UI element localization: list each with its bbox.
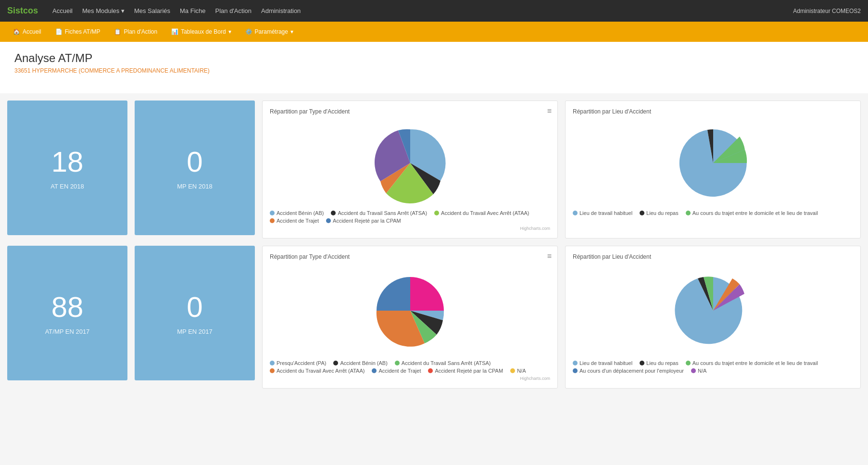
chart-menu-icon-2017[interactable]: ≡ [547, 252, 552, 261]
legend-item: Accident Rejeté par la CPAM [428, 368, 503, 374]
subnav-fiches[interactable]: 📄 Fiches AT/MP [50, 25, 106, 38]
chart-lieu-2017-container [573, 265, 853, 356]
legend-item: Au cours du trajet entre le domicile et … [686, 210, 818, 216]
stat-number-at-2018: 18 [51, 146, 84, 178]
nav-accueil[interactable]: Accueil [52, 7, 73, 14]
chart-type-2017-container [270, 265, 550, 356]
legend-label: Accident du Travail Avec Arrêt (ATAA) [441, 210, 529, 216]
legend-label: Accident de Trajet [378, 368, 421, 374]
file-icon: 📄 [55, 28, 63, 35]
legend-label: N/A [517, 368, 526, 374]
page-title: Analyse AT/MP [14, 51, 854, 65]
page-content: Analyse AT/MP 33651 HYPERMARCHE (COMMERC… [0, 42, 868, 93]
legend-color [270, 211, 275, 215]
clipboard-icon: 📋 [114, 28, 121, 35]
legend-color [686, 361, 691, 365]
logo-text: Sist [7, 6, 23, 15]
chart-lieu-2017: Répartition par Lieu d'Accident [565, 246, 861, 389]
chart-type-2017-title: Répartition par Type d'Accident [270, 253, 550, 260]
legend-color [326, 218, 331, 223]
subnav-parametrage-label: Paramétrage [255, 28, 288, 35]
gear-icon: ⚙️ [245, 28, 252, 35]
chart-icon: 📊 [171, 28, 178, 35]
nav-ma-fiche[interactable]: Ma Fiche [180, 7, 205, 14]
legend-color [691, 368, 696, 373]
legend-item: Accident de Trajet [372, 368, 421, 374]
subnav-plan-label: Plan d'Action [124, 28, 157, 35]
legend-item: Presqu'Accident (PA) [270, 360, 326, 366]
legend-label: Lieu du repas [646, 360, 679, 366]
chart-lieu-2018-title: Répartition par Lieu d'Accident [573, 108, 853, 115]
home-icon: 🏠 [13, 28, 20, 35]
stat-label-at-2018: AT EN 2018 [50, 183, 84, 190]
chart-lieu-2018-legend: Lieu de travail habituel Lieu du repas A… [573, 210, 853, 216]
nav-plan-action[interactable]: Plan d'Action [215, 7, 252, 14]
legend-color [640, 211, 644, 215]
stat-card-mp-2017: 0 MP EN 2017 [135, 246, 255, 380]
subnav-fiches-label: Fiches AT/MP [65, 28, 101, 35]
legend-color [510, 368, 515, 373]
legend-color [686, 211, 691, 215]
chart-type-2018-title: Répartition par Type d'Accident [270, 108, 550, 115]
legend-color [573, 211, 578, 215]
dashboard-row-2017: 88 AT/MP EN 2017 0 MP EN 2017 Répartitio… [7, 246, 861, 389]
legend-color [434, 211, 439, 215]
nav-administration[interactable]: Administration [261, 7, 301, 14]
logo[interactable]: Sistcos [7, 6, 38, 16]
chart-type-2018-container [270, 120, 550, 206]
legend-label: Accident Bénin (AB) [340, 360, 387, 366]
legend-item: Lieu de travail habituel [573, 210, 632, 216]
legend-label: Lieu du repas [646, 210, 679, 216]
legend-item: Au cours du trajet entre le domicile et … [686, 360, 818, 366]
legend-label: Presqu'Accident (PA) [277, 360, 326, 366]
legend-label: Lieu de travail habituel [579, 360, 632, 366]
stat-number-mp-2017: 0 [187, 291, 202, 323]
subnav-plan-action[interactable]: 📋 Plan d'Action [108, 25, 163, 38]
stat-label-at-2017: AT/MP EN 2017 [45, 328, 90, 335]
highcharts-credit-2017: Highcharts.com [270, 376, 550, 381]
nav-mes-salaries[interactable]: Mes Salariés [134, 7, 170, 14]
legend-color [372, 368, 377, 373]
legend-color [270, 361, 275, 365]
stat-label-mp-2017: MP EN 2017 [177, 328, 212, 335]
legend-item: Lieu de travail habituel [573, 360, 632, 366]
legend-label: Accident Rejeté par la CPAM [435, 368, 503, 374]
legend-item: Lieu du repas [640, 210, 679, 216]
highcharts-credit: Highcharts.com [270, 226, 550, 231]
chart-lieu-2017-title: Répartition par Lieu d'Accident [573, 253, 853, 260]
sub-navigation: 🏠 Accueil 📄 Fiches AT/MP 📋 Plan d'Action… [0, 22, 868, 42]
legend-label: Lieu de travail habituel [579, 210, 632, 216]
pie-chart-lieu-2018 [665, 120, 761, 206]
legend-label: Accident du Travail Avec Arrêt (ATAA) [277, 368, 365, 374]
chart-type-2017: Répartition par Type d'Accident ≡ [262, 246, 558, 389]
pie-chart-type-2018 [362, 120, 458, 206]
subnav-parametrage[interactable]: ⚙️ Paramétrage ▾ [239, 25, 299, 38]
chart-menu-icon[interactable]: ≡ [547, 107, 552, 115]
legend-color [428, 368, 433, 373]
chevron-down-icon: ▾ [228, 28, 231, 35]
nav-mes-modules[interactable]: Mes Modules ▾ [82, 7, 125, 14]
legend-label: Au cours du trajet entre le domicile et … [692, 210, 818, 216]
legend-color [270, 368, 275, 373]
legend-label: Accident du Travail Sans Arrêt (ATSA) [338, 210, 427, 216]
legend-color [640, 361, 644, 365]
pie-chart-lieu-2017 [665, 265, 761, 356]
legend-item: Accident Bénin (AB) [333, 360, 387, 366]
chart-lieu-2018-container [573, 120, 853, 206]
stat-number-mp-2018: 0 [187, 146, 202, 178]
legend-color [270, 218, 275, 223]
legend-label: Au cours d'un déplacement pour l'employe… [579, 368, 684, 374]
legend-label: Accident Rejeté par la CPAM [333, 218, 401, 224]
legend-item: N/A [691, 368, 706, 374]
legend-label: Accident de Trajet [277, 218, 319, 224]
legend-label: N/A [698, 368, 706, 374]
stat-card-at-2017: 88 AT/MP EN 2017 [7, 246, 127, 380]
legend-color [395, 361, 400, 365]
subnav-accueil-label: Accueil [23, 28, 41, 35]
legend-color [573, 361, 578, 365]
subnav-accueil[interactable]: 🏠 Accueil [7, 25, 47, 38]
legend-item: Accident Rejeté par la CPAM [326, 218, 401, 224]
stat-card-at-2018: 18 AT EN 2018 [7, 101, 127, 235]
chevron-down-icon-2: ▾ [290, 28, 293, 35]
subnav-tableaux[interactable]: 📊 Tableaux de Bord ▾ [165, 25, 237, 38]
